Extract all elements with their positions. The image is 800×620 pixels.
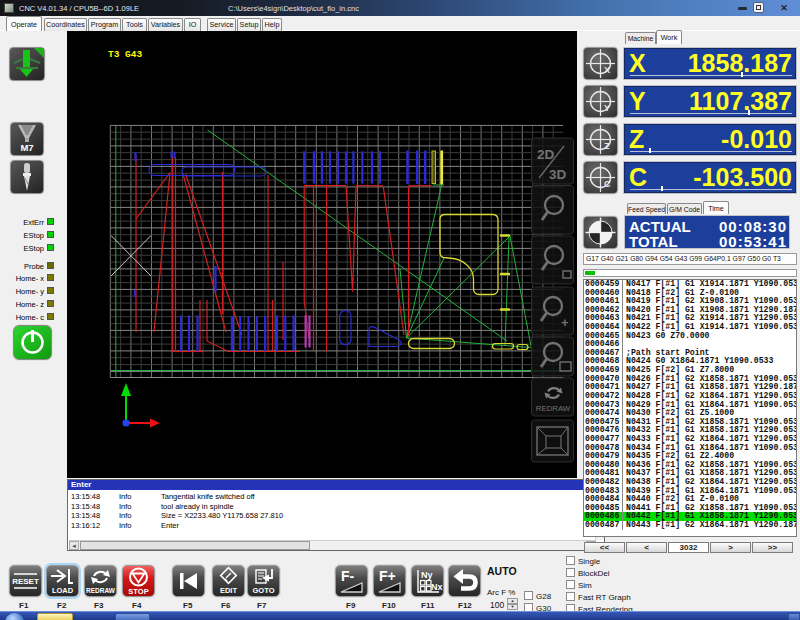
svg-text:2D: 2D bbox=[537, 147, 555, 162]
svg-text:Ny: Ny bbox=[421, 570, 433, 580]
svg-text:T3 G43: T3 G43 bbox=[108, 49, 143, 60]
svg-text:RESET: RESET bbox=[12, 577, 39, 586]
svg-text:GOTO: GOTO bbox=[253, 586, 275, 595]
svg-text:F-: F- bbox=[341, 568, 355, 584]
svg-text:EDIT: EDIT bbox=[220, 586, 238, 595]
svg-text:X: X bbox=[604, 65, 610, 75]
svg-text:C: C bbox=[604, 179, 611, 189]
svg-text:F+: F+ bbox=[379, 568, 396, 584]
svg-text:REDRAW: REDRAW bbox=[536, 404, 571, 413]
svg-text:+: + bbox=[561, 315, 569, 330]
svg-text:LOAD: LOAD bbox=[52, 586, 74, 595]
svg-text:REDRAW: REDRAW bbox=[86, 587, 116, 594]
svg-text:M7: M7 bbox=[20, 142, 33, 153]
svg-text:Y: Y bbox=[604, 103, 610, 113]
svg-text:STOP: STOP bbox=[128, 587, 148, 596]
svg-text:Nx: Nx bbox=[431, 582, 443, 592]
svg-text:Z: Z bbox=[604, 141, 610, 151]
svg-text:3D: 3D bbox=[549, 167, 567, 182]
